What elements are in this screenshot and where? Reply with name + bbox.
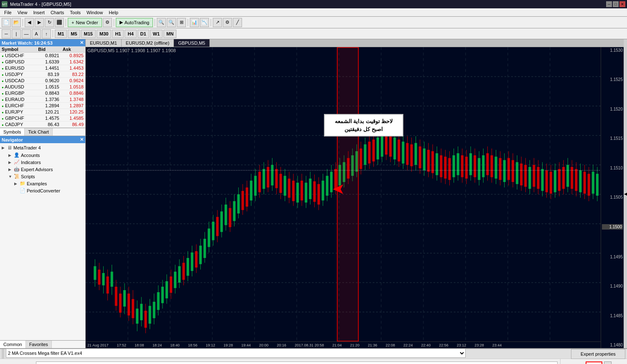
market-watch-row[interactable]: ● EURCHF 1.2894 1.2897: [0, 103, 85, 109]
back-button[interactable]: ◀: [25, 18, 34, 27]
market-watch-row[interactable]: ● EURAUD 1.3736 1.3748: [0, 96, 85, 103]
chart-tab-gbpusd-m5[interactable]: GBPUSD,M5: [174, 39, 210, 47]
market-watch-close[interactable]: ✕: [80, 40, 84, 46]
zoom-out-button[interactable]: 🔍: [167, 18, 176, 27]
mw-bid-cell: 1.0515: [36, 84, 61, 90]
market-watch-row[interactable]: ● USDCHF 0.8921 0.8925: [0, 53, 85, 59]
nav-examples[interactable]: ▶ 📁 Examples: [1, 180, 84, 187]
annotation-box: لاحظ توقيت بداية الشمعه اصبح كل دفيقتين: [324, 114, 403, 136]
settings-button[interactable]: ⚙: [223, 18, 232, 27]
svg-rect-84: [224, 205, 227, 225]
nav-expert-advisors[interactable]: ▶ 🤖 Expert Advisors: [1, 166, 84, 173]
nav-period-converter[interactable]: 📄 PeriodConverter: [1, 187, 84, 194]
svg-rect-206: [482, 155, 484, 177]
market-watch-row[interactable]: ● CADJPY 86.43 86.49: [0, 121, 85, 128]
new-chart-button[interactable]: 📄: [2, 18, 11, 27]
right-panel-toggle[interactable]: ◀: [624, 39, 627, 348]
chart-tab-eurusd-m2[interactable]: EURUSD,M2 (offline): [122, 39, 174, 47]
mw-symbol-cell: ● EURJPY: [0, 109, 36, 115]
candle-button[interactable]: 📊: [190, 18, 199, 27]
ea-selector[interactable]: 2 MA Crosses Mega filter EA V1.ex4: [6, 349, 466, 358]
market-watch-row[interactable]: ● EURJPY 120.21 120.25: [0, 109, 85, 115]
text-tool[interactable]: A: [32, 29, 41, 38]
nav-tab-common[interactable]: Common: [0, 341, 26, 348]
autotrading-button[interactable]: ▶ AutoTrading: [116, 18, 153, 27]
period-h4[interactable]: H4: [125, 30, 136, 38]
new-order-button[interactable]: + New Order: [68, 18, 102, 27]
svg-rect-220: [512, 160, 514, 182]
scripts-expand[interactable]: ▼: [8, 174, 13, 179]
svg-rect-166: [398, 139, 400, 161]
panel-drag-handle[interactable]: [2, 349, 4, 359]
period-mn[interactable]: MN: [163, 30, 176, 38]
mw-tab-symbols[interactable]: Symbols: [0, 128, 25, 136]
period-h1[interactable]: H1: [112, 30, 124, 38]
menu-charts[interactable]: Charts: [48, 9, 66, 16]
market-watch-row[interactable]: ● EURUSD 1.4451 1.4453: [0, 65, 85, 71]
ea-expand[interactable]: ▶: [8, 167, 13, 172]
market-watch-row[interactable]: ● EURGBP 0.8843 0.8846: [0, 90, 85, 96]
title-controls[interactable]: ─ □ ✕: [606, 1, 625, 7]
svg-rect-40: [132, 299, 134, 318]
market-watch-row[interactable]: ● GBPCHF 1.4575 1.4585: [0, 115, 85, 121]
mw-dot: ●: [2, 111, 4, 114]
indicators-expand[interactable]: ▶: [8, 160, 13, 164]
market-watch-row[interactable]: ● GBPUSD 1.6339 1.6342: [0, 59, 85, 65]
line-tool[interactable]: ─: [2, 29, 11, 38]
left-panel: Market Watch: 16:24:53 ✕ Symbol Bid Ask …: [0, 39, 86, 348]
vert-line-tool[interactable]: |: [12, 29, 21, 38]
accounts-expand[interactable]: ▶: [8, 153, 13, 157]
time-1824: 18:24: [153, 343, 162, 347]
expand-icon[interactable]: ▶: [2, 146, 6, 150]
nav-indicators[interactable]: ▶ 📈 Indicators: [1, 159, 84, 166]
expert-icon-button[interactable]: ⚙: [103, 18, 112, 27]
market-watch-row[interactable]: ● AUDUSD 1.0515 1.0518: [0, 84, 85, 90]
menu-view[interactable]: View: [15, 9, 30, 16]
nav-metatrader4[interactable]: ▶ 🖥 MetaTrader 4: [1, 144, 84, 152]
period-m1[interactable]: M1: [55, 30, 67, 38]
market-watch-row[interactable]: ● USDCAD 0.9620 0.9624: [0, 78, 85, 84]
menu-insert[interactable]: Insert: [31, 9, 47, 16]
navigator-close[interactable]: ✕: [80, 137, 84, 142]
open-button[interactable]: 📂: [12, 18, 21, 27]
mw-tab-tick[interactable]: Tick Chart: [25, 128, 53, 136]
arrow-button[interactable]: ↗: [213, 18, 222, 27]
nav-accounts[interactable]: ▶ 👤 Accounts: [1, 152, 84, 159]
period-dropdown-button[interactable]: ▼: [604, 361, 612, 364]
period-input[interactable]: [586, 361, 602, 364]
minimize-button[interactable]: ─: [606, 1, 612, 7]
menu-window[interactable]: Window: [84, 9, 105, 16]
zoom-in-button[interactable]: 🔍: [157, 18, 166, 27]
expert-properties-button[interactable]: Expert properties: [571, 349, 625, 359]
backtest-form: Symbol: GBPUSD, Great Britain Pound vs U…: [0, 359, 560, 364]
nav-metatrader-label: MetaTrader 4: [13, 145, 41, 150]
examples-expand[interactable]: ▶: [14, 182, 18, 186]
bar-button[interactable]: 📉: [200, 18, 209, 27]
chart-tab-eurusd-m1[interactable]: EURUSD,M1: [86, 39, 122, 47]
period-w1[interactable]: W1: [150, 30, 163, 38]
arrow-tool[interactable]: ↑: [42, 29, 51, 38]
period-m5[interactable]: M5: [68, 30, 80, 38]
refresh-button[interactable]: ↻: [45, 18, 54, 27]
period-d1[interactable]: D1: [138, 30, 149, 38]
menu-help[interactable]: Help: [106, 9, 121, 16]
period-m15[interactable]: M15: [81, 30, 96, 38]
forward-button[interactable]: ▶: [35, 18, 44, 27]
restore-button[interactable]: □: [613, 1, 619, 7]
time-2032: 2017.08.31 20:58: [295, 343, 324, 347]
period-m30[interactable]: M30: [97, 30, 111, 38]
hline-tool[interactable]: —: [22, 29, 31, 38]
svg-rect-218: [507, 158, 510, 180]
close-button[interactable]: ✕: [619, 1, 625, 7]
trendline-button[interactable]: ╱: [233, 18, 242, 27]
chart-grid-button[interactable]: ⊞: [177, 18, 186, 27]
symbol-select[interactable]: GBPUSD, Great Britain Pound vs US Dollar: [36, 361, 558, 364]
nav-scripts[interactable]: ▼ 📜 Scripts: [1, 173, 84, 180]
stop-button[interactable]: ⬛: [55, 18, 64, 27]
nav-tab-favorites[interactable]: Favorites: [26, 341, 52, 348]
menu-file[interactable]: File: [2, 9, 14, 16]
market-watch-row[interactable]: ● USDJPY 83.19 83.22: [0, 71, 85, 78]
svg-rect-258: [592, 172, 594, 193]
menu-tools[interactable]: Tools: [67, 9, 83, 16]
svg-rect-184: [436, 153, 438, 175]
